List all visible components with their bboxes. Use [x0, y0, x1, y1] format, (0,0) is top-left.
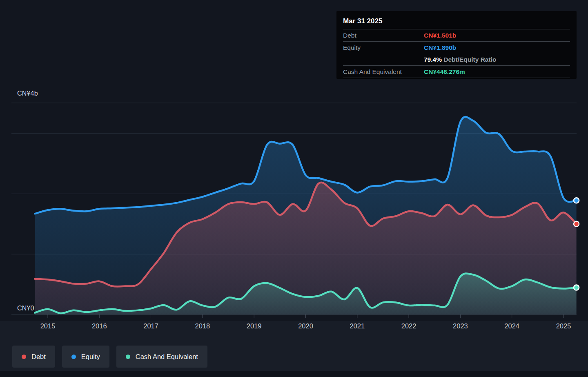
x-axis-label-2017: 2017	[137, 322, 165, 330]
legend-item-equity[interactable]: Equity	[62, 346, 109, 368]
debt-series-dot-icon	[22, 355, 26, 359]
tooltip-row-value: CN¥1.501b	[424, 32, 456, 39]
debt-equity-ratio-value: 79.4%	[424, 56, 442, 63]
debt-marker-dot-icon	[574, 221, 579, 227]
tooltip-row-value: 79.4% Debt/Equity Ratio	[424, 56, 496, 63]
tooltip-row-value: CN¥1.890b	[424, 44, 456, 51]
y-axis-max-label: CN¥4b	[17, 90, 38, 97]
legend-item-label: Cash And Equivalent	[136, 353, 198, 361]
x-axis-label-2020: 2020	[292, 322, 320, 330]
tooltip-date: Mar 31 2025	[343, 16, 570, 29]
tooltip-row-label: Debt	[343, 32, 424, 39]
tooltip-row-value: CN¥446.276m	[424, 68, 465, 75]
legend-item-cash[interactable]: Cash And Equivalent	[116, 346, 207, 368]
x-axis: 2015201620172018201920202021202220232024…	[0, 322, 588, 332]
legend-item-label: Debt	[31, 353, 46, 361]
cash-and-equivalent-marker-dot-icon	[574, 285, 579, 290]
x-axis-label-2018: 2018	[188, 322, 217, 330]
tooltip-row-debt: DebtCN¥1.501b	[343, 29, 570, 42]
legend-item-label: Equity	[81, 353, 100, 361]
tooltip-row-ratio: 79.4% Debt/Equity Ratio	[343, 54, 570, 66]
x-axis-label-2022: 2022	[394, 322, 423, 330]
x-axis-label-2024: 2024	[498, 322, 526, 330]
tooltip-row-equity: EquityCN¥1.890b	[343, 42, 570, 54]
legend-item-debt[interactable]: Debt	[12, 346, 55, 368]
tooltip-row-label: Cash And Equivalent	[343, 68, 424, 75]
equity-series-dot-icon	[71, 355, 76, 359]
x-axis-label-2019: 2019	[240, 322, 268, 330]
equity-marker-dot-icon	[574, 198, 579, 203]
x-axis-label-2023: 2023	[446, 322, 474, 330]
x-axis-label-2025: 2025	[549, 322, 578, 330]
y-axis-zero-label: CN¥0	[17, 305, 34, 312]
tooltip-row-cash: Cash And EquivalentCN¥446.276m	[343, 66, 570, 78]
tooltip: Mar 31 2025 DebtCN¥1.501bEquityCN¥1.890b…	[336, 11, 577, 79]
x-axis-label-2016: 2016	[85, 322, 114, 330]
legend: DebtEquityCash And Equivalent	[12, 346, 207, 368]
debt-equity-ratio-label: Debt/Equity Ratio	[442, 56, 496, 63]
cash-series-dot-icon	[126, 355, 130, 359]
x-axis-label-2021: 2021	[343, 322, 372, 330]
x-axis-label-2015: 2015	[33, 322, 62, 330]
tooltip-row-label: Equity	[343, 44, 424, 51]
